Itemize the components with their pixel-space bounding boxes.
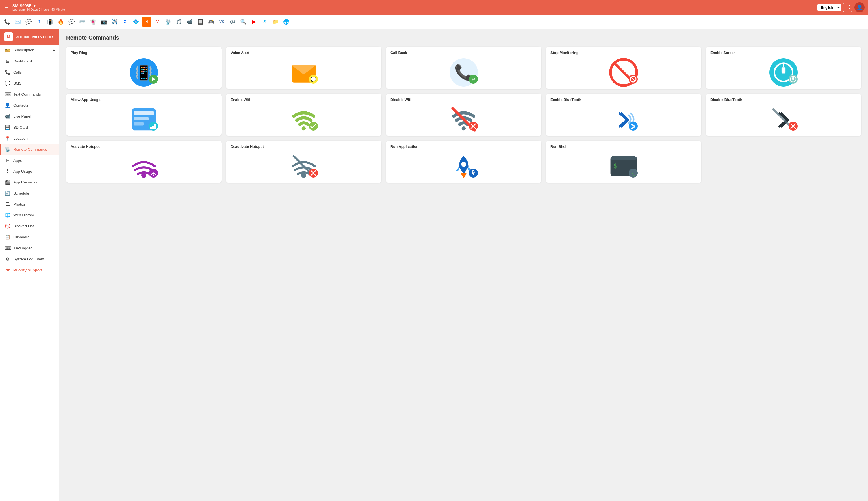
skype-toolbar-icon[interactable]: 💠 xyxy=(131,17,141,26)
svg-rect-31 xyxy=(152,126,154,129)
activate-hotspot-card[interactable]: Activate Hotspot xyxy=(66,140,221,183)
stop-monitoring-card[interactable]: Stop Monitoring xyxy=(546,47,701,89)
phone-toolbar-icon[interactable]: 📞 xyxy=(2,17,12,26)
meet-toolbar-icon[interactable]: 📹 xyxy=(185,17,194,26)
svg-point-48 xyxy=(301,173,306,178)
sidebar-item-blocked-list[interactable]: 🚫 Blocked List xyxy=(0,221,59,232)
viber-toolbar-icon[interactable]: 📳 xyxy=(45,17,55,26)
run-shell-card[interactable]: Run Shell $_ >_ xyxy=(546,140,701,183)
text-commands-icon: ⌨ xyxy=(5,92,10,97)
disable-wifi-icon-pair xyxy=(450,105,478,131)
run-shell-icon-pair: $_ >_ xyxy=(609,152,638,178)
enable-screen-title: Enable Screen xyxy=(710,51,857,55)
stop-monitoring-icon-pair xyxy=(609,58,638,84)
discord-toolbar-icon[interactable]: 🎮 xyxy=(206,17,216,26)
sidebar-label-apps: Apps xyxy=(13,158,22,162)
wechat-toolbar-icon[interactable]: 💬 xyxy=(67,17,76,26)
allow-app-usage-card[interactable]: Allow App Usage xyxy=(66,94,221,136)
logo-icon: M xyxy=(4,32,13,41)
sidebar-item-sd-card[interactable]: 💾 SD Card xyxy=(0,122,59,133)
enable-screen-card[interactable]: Enable Screen xyxy=(706,47,861,89)
play-ring-card[interactable]: Play Ring 📳 xyxy=(66,47,221,89)
skype2-toolbar-icon[interactable]: S xyxy=(260,17,270,26)
disable-bluetooth-icon-pair xyxy=(769,105,798,131)
keyboard-toolbar-icon[interactable]: ⌨️ xyxy=(77,17,87,26)
call-back-card[interactable]: Call Back 📞 ↩ xyxy=(386,47,541,89)
sidebar-item-contacts[interactable]: 👤 Contacts xyxy=(0,100,59,111)
sidebar-label-photos: Photos xyxy=(13,202,25,206)
sidebar-item-app-recording[interactable]: 🎬 App Recording xyxy=(0,177,59,188)
voice-alert-card[interactable]: Voice Alert 💬 xyxy=(226,47,382,89)
sidebar-label-system-log: System Log Event xyxy=(13,257,44,261)
subscription-arrow: ▶ xyxy=(53,49,55,52)
instagram-toolbar-icon[interactable]: 📷 xyxy=(99,17,109,26)
sidebar-item-schedule[interactable]: 🔄 Schedule xyxy=(0,188,59,199)
huntly-toolbar-icon[interactable]: H xyxy=(142,17,152,26)
sidebar-item-text-commands[interactable]: ⌨ Text Commands xyxy=(0,89,59,100)
enable-bluetooth-card[interactable]: Enable BlueTooth xyxy=(546,94,701,136)
sidebar-item-web-history[interactable]: 🌐 Web History xyxy=(0,210,59,221)
sidebar-item-app-usage[interactable]: ⏱ App Usage xyxy=(0,166,59,177)
sidebar-item-location[interactable]: 📍 Location xyxy=(0,133,59,144)
sidebar-item-live-panel[interactable]: 📹 Live Panel xyxy=(0,111,59,122)
sidebar-label-schedule: Schedule xyxy=(13,191,29,195)
email-toolbar-icon[interactable]: ✉️ xyxy=(13,17,23,26)
sidebar-item-remote-commands[interactable]: 📡 Remote Commands xyxy=(0,144,59,155)
avatar[interactable]: 👤 xyxy=(855,2,865,12)
jitsi-toolbar-icon[interactable]: 🔲 xyxy=(196,17,205,26)
deactivate-hotspot-card[interactable]: Deactivate Hotspot xyxy=(226,140,382,183)
enable-bluetooth-icon-pair xyxy=(609,105,638,131)
subscription-icon: 🎫 xyxy=(5,47,10,53)
tinder-toolbar-icon[interactable]: 🔥 xyxy=(56,17,66,26)
disable-bluetooth-card[interactable]: Disable BlueTooth xyxy=(706,94,861,136)
dashboard-icon: ⊞ xyxy=(5,58,10,64)
remote-commands-icon: 📡 xyxy=(5,147,10,152)
sidebar-item-sms[interactable]: 💬 SMS xyxy=(0,78,59,89)
unknown1-toolbar-icon[interactable]: 📡 xyxy=(163,17,173,26)
play-ring-badge-icon xyxy=(149,75,158,84)
sidebar-item-priority-support[interactable]: ❤ Priority Support xyxy=(0,265,59,276)
fullscreen-button[interactable]: ⛶ xyxy=(843,3,852,12)
page-title: Remote Commands xyxy=(66,34,861,41)
globe-toolbar-icon[interactable]: 🌐 xyxy=(282,17,291,26)
allow-app-usage-icons xyxy=(70,104,217,131)
telegram-toolbar-icon[interactable]: ✈️ xyxy=(110,17,119,26)
snapchat-toolbar-icon[interactable]: 👻 xyxy=(88,17,98,26)
sidebar-label-app-usage: App Usage xyxy=(13,169,32,174)
youtube-toolbar-icon[interactable]: ▶ xyxy=(249,17,259,26)
sidebar-item-system-log[interactable]: ⚙ System Log Event xyxy=(0,254,59,265)
disable-wifi-card[interactable]: Disable Wifi xyxy=(386,94,541,136)
unknown2-toolbar-icon[interactable]: 🎵 xyxy=(174,17,184,26)
sidebar-item-dashboard[interactable]: ⊞ Dashboard xyxy=(0,56,59,67)
back-button[interactable]: ← xyxy=(3,4,10,11)
gmail-toolbar-icon[interactable]: M xyxy=(153,17,162,26)
run-application-card[interactable]: Run Application xyxy=(386,140,541,183)
language-select[interactable]: English Spanish French xyxy=(817,4,841,11)
call-back-title: Call Back xyxy=(391,51,537,55)
facebook-toolbar-icon[interactable]: f xyxy=(34,17,44,26)
sidebar: M PHONE MONITOR 🎫 Subscription ▶ ⊞ Dashb… xyxy=(0,29,59,501)
enable-screen-icon-pair xyxy=(769,58,798,84)
sidebar-label-remote-commands: Remote Commands xyxy=(13,147,47,151)
tiktok-toolbar-icon[interactable]: 🎶 xyxy=(228,17,237,26)
sidebar-item-photos[interactable]: 🖼 Photos xyxy=(0,199,59,210)
search-toolbar-icon[interactable]: 🔍 xyxy=(239,17,248,26)
vk-toolbar-icon[interactable]: VK xyxy=(217,17,227,26)
svg-rect-30 xyxy=(150,127,152,129)
zalo-toolbar-icon[interactable]: Z xyxy=(120,17,130,26)
enable-wifi-icon-pair xyxy=(289,105,318,131)
deactivate-hotspot-icon-pair xyxy=(289,152,318,178)
play-ring-title: Play Ring xyxy=(70,51,217,55)
enable-wifi-card[interactable]: Enable Wifi xyxy=(226,94,382,136)
sidebar-label-text-commands: Text Commands xyxy=(13,92,41,96)
sidebar-item-subscription[interactable]: 🎫 Subscription ▶ xyxy=(0,45,59,56)
sidebar-item-keylogger[interactable]: ⌨ KeyLogger xyxy=(0,243,59,254)
sidebar-item-calls[interactable]: 📞 Calls xyxy=(0,67,59,78)
sidebar-item-clipboard[interactable]: 📋 Clipboard xyxy=(0,232,59,243)
folder-toolbar-icon[interactable]: 📁 xyxy=(271,17,280,26)
sidebar-label-app-recording: App Recording xyxy=(13,180,39,184)
whatsapp-toolbar-icon[interactable]: 💬 xyxy=(24,17,33,26)
sidebar-item-apps[interactable]: ⊞ Apps xyxy=(0,155,59,166)
disable-bluetooth-title: Disable BlueTooth xyxy=(710,97,857,102)
sidebar-label-live-panel: Live Panel xyxy=(13,114,31,118)
